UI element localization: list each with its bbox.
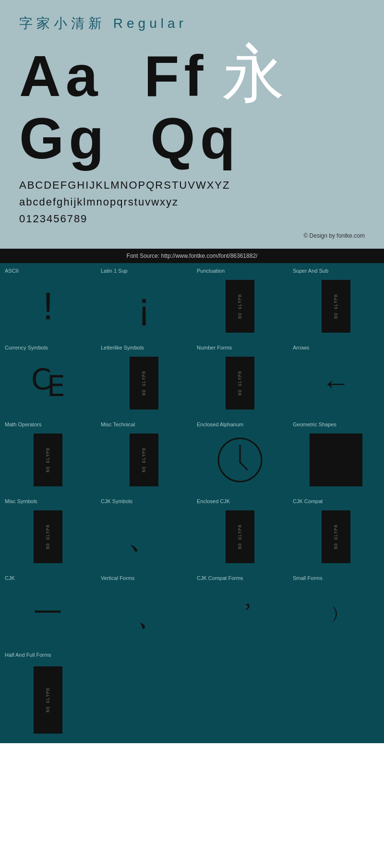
cell-mathops: Math Operators NO GLYPH (0, 417, 96, 494)
glyph-cjk-symbol: 、 (127, 514, 161, 559)
cell-enclosedcjk: Enclosed CJK NO GLYPH (192, 494, 288, 570)
cell-label-miscsymbols: Misc Symbols (5, 498, 37, 504)
cell-label-verticalforms: Vertical Forms (101, 575, 134, 581)
cell-empty-3 (288, 647, 384, 743)
no-glyph-misctechnical: NO GLYPH (130, 434, 158, 486)
header-section: 字家小清新 Regular Aa Ff 永 Gg Qq ABCDEFGHIJKL… (0, 0, 384, 249)
no-glyph-text-halfandfullforms: NO GLYPH (46, 687, 50, 712)
glyph-cjkcompatforms: ︐ (228, 600, 252, 627)
grid-row-2: Currency Symbols ₠ Letterlike Symbols NO… (0, 340, 384, 417)
digits: 0123456789 (19, 210, 365, 227)
cell-cjkcompat: CJK Compat NO GLYPH (288, 494, 384, 570)
grid-row-1: ASCII ! Latin 1 Sup ¡ Punctuation NO GLY… (0, 263, 384, 340)
cell-miscsymbols: Misc Symbols NO GLYPH (0, 494, 96, 570)
cell-empty-1 (96, 647, 192, 743)
cell-content-arrows: ← (293, 354, 379, 412)
cell-empty-2 (192, 647, 288, 743)
cell-content-currency: ₠ (5, 354, 91, 412)
glyph-ascii: ! (43, 287, 53, 326)
cell-content-enclosedalphanum (197, 431, 283, 489)
large-chars-row1: Aa Ff 永 (19, 42, 365, 105)
no-glyph-numberforms: NO GLYPH (226, 357, 254, 410)
cell-currency: Currency Symbols ₠ (0, 340, 96, 417)
no-glyph-text-misctechnical: NO GLYPH (142, 447, 146, 472)
glyph-geometric-solid (310, 434, 362, 486)
source-text: Font Source: http://www.fontke.com/font/… (127, 253, 258, 259)
cell-label-halfandfullforms: Half And Full Forms (5, 652, 51, 658)
cell-latin1sup: Latin 1 Sup ¡ (96, 263, 192, 340)
cell-content-cjkcompatforms: ︐ (197, 585, 283, 642)
glyph-cjk: 一 (34, 594, 62, 633)
cell-arrows: Arrows ← (288, 340, 384, 417)
cell-enclosedalphanum: Enclosed Alphanum (192, 417, 288, 494)
cell-content-numberforms: NO GLYPH (197, 354, 283, 412)
no-glyph-halfandfullforms: NO GLYPH (34, 666, 62, 734)
cell-label-currency: Currency Symbols (5, 345, 48, 350)
alphabet-upper: ABCDEFGHIJKLMNOPQRSTUVWXYZ (19, 177, 365, 193)
cell-label-punctuation: Punctuation (197, 268, 225, 274)
cell-label-letterlike: Letterlike Symbols (101, 345, 144, 350)
cell-halfandfullforms: Half And Full Forms NO GLYPH (0, 647, 96, 743)
cell-cjk: CJK 一 (0, 570, 96, 647)
large-latin-row2: Gg Qq (19, 109, 240, 167)
cell-label-cjkcompatforms: CJK Compat Forms (197, 575, 243, 581)
cell-label-cjkcompat: CJK Compat (293, 498, 323, 504)
no-glyph-superandsub: NO GLYPH (322, 280, 350, 333)
cell-content-misctechnical: NO GLYPH (101, 431, 187, 489)
cell-cjksymbols: CJK Symbols 、 (96, 494, 192, 570)
cell-verticalforms: Vertical Forms ﹑ (96, 570, 192, 647)
copyright: © Design by fontke.com (19, 232, 365, 239)
cell-label-cjk: CJK (5, 575, 15, 581)
cell-content-smallforms: ﹚ (293, 585, 379, 642)
cell-label-numberforms: Number Forms (197, 345, 232, 350)
cell-content-miscsymbols: NO GLYPH (5, 508, 91, 566)
cell-content-cjksymbols: 、 (101, 508, 187, 566)
glyph-circle-clock (216, 436, 264, 484)
no-glyph-text-numberforms: NO GLYPH (238, 371, 242, 395)
grid-row-3: Math Operators NO GLYPH Misc Technical N… (0, 417, 384, 494)
no-glyph-text-enclosedcjk: NO GLYPH (238, 524, 242, 549)
no-glyph-enclosedcjk: NO GLYPH (226, 510, 254, 563)
source-bar: Font Source: http://www.fontke.com/font/… (0, 249, 384, 263)
cell-label-mathops: Math Operators (5, 422, 41, 427)
grid-row-4: Misc Symbols NO GLYPH CJK Symbols 、 Encl… (0, 494, 384, 570)
font-title: 字家小清新 Regular (19, 14, 365, 33)
cell-misctechnical: Misc Technical NO GLYPH (96, 417, 192, 494)
cell-content-enclosedcjk: NO GLYPH (197, 508, 283, 566)
cell-punctuation: Punctuation NO GLYPH (192, 263, 288, 340)
glyph-grid: ASCII ! Latin 1 Sup ¡ Punctuation NO GLY… (0, 263, 384, 743)
cell-superandsub: Super And Sub NO GLYPH (288, 263, 384, 340)
grid-row-5: CJK 一 Vertical Forms ﹑ CJK Compat Forms … (0, 570, 384, 647)
cell-label-misctechnical: Misc Technical (101, 422, 135, 427)
cell-label-cjksymbols: CJK Symbols (101, 498, 132, 504)
large-chars-row2: Gg Qq (19, 109, 365, 167)
cell-numberforms: Number Forms NO GLYPH (192, 340, 288, 417)
glyph-currency: ₠ (31, 364, 65, 402)
large-latin-row1: Aa Ff (19, 47, 208, 105)
cell-label-latin1sup: Latin 1 Sup (101, 268, 128, 274)
cell-content-geometricshapes (293, 431, 379, 489)
cell-content-verticalforms: ﹑ (101, 585, 187, 642)
cell-content-halfandfullforms: NO GLYPH (5, 662, 91, 738)
no-glyph-miscsymbols: NO GLYPH (34, 510, 62, 563)
no-glyph-cjkcompat: NO GLYPH (322, 510, 350, 563)
cell-content-latin1sup: ¡ (101, 277, 187, 335)
cell-content-ascii: ! (5, 277, 91, 335)
cell-label-geometricshapes: Geometric Shapes (293, 422, 336, 427)
svg-line-2 (240, 462, 247, 470)
cell-content-cjkcompat: NO GLYPH (293, 508, 379, 566)
grid-row-6: Half And Full Forms NO GLYPH (0, 647, 384, 743)
glyph-vertical: ﹑ (127, 591, 161, 636)
cell-label-smallforms: Small Forms (293, 575, 323, 581)
no-glyph-text-superandsub: NO GLYPH (334, 294, 338, 318)
alphabet-lower: abcdefghijklmnopqrstuvwxyz (19, 193, 365, 210)
no-glyph-text-letterlike: NO GLYPH (142, 371, 146, 395)
alphabet-section: ABCDEFGHIJKLMNOPQRSTUVWXYZ abcdefghijklm… (19, 177, 365, 228)
no-glyph-text-miscsymbols: NO GLYPH (46, 524, 50, 549)
no-glyph-punctuation: NO GLYPH (226, 280, 254, 333)
cell-label-enclosedalphanum: Enclosed Alphanum (197, 422, 243, 427)
cell-content-mathops: NO GLYPH (5, 431, 91, 489)
no-glyph-text-mathops: NO GLYPH (46, 447, 50, 472)
cell-letterlike: Letterlike Symbols NO GLYPH (96, 340, 192, 417)
cell-label-enclosedcjk: Enclosed CJK (197, 498, 230, 504)
